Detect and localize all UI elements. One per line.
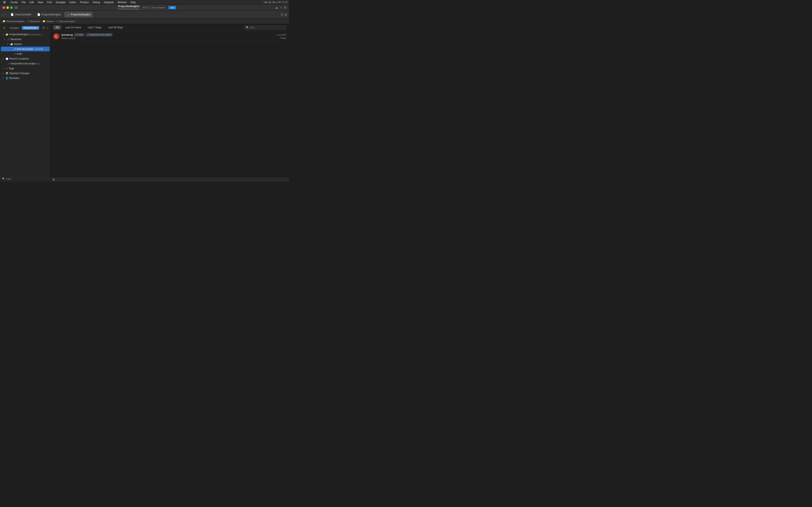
filter-30d[interactable]: Last 30 Days [105, 25, 125, 30]
menu-xcode[interactable]: Xcode [9, 0, 19, 5]
filter-sidebar-icon[interactable]: ⚙ [42, 26, 45, 30]
menu-navigate[interactable]: Navigate [54, 0, 67, 5]
titlebar: ⊞ ProjectSettingExt feature/test-set-pro… [0, 5, 289, 11]
inspector-icon[interactable]: ⊞ [285, 13, 287, 16]
sidebar-item-recent-branch[interactable]: ⎇ feature/test-set-project (cu... [1, 61, 50, 66]
sidebar-item-branches[interactable]: ▾ ⎇ Branches [1, 37, 50, 42]
breadcrumb: 📁 ProjectSettingExt › ⎇ Branches › 📁 fea… [0, 18, 289, 24]
sidebar-item-recent-locations[interactable]: ▾ 🕐 Recent Locations [1, 56, 50, 61]
sidebar-top: ⊞ Changes Repositories ⚙ ＋ [0, 24, 51, 32]
apple-menu[interactable]: ⌘ [1, 0, 8, 5]
main-area: ⊞ Changes Repositories ⚙ ＋ ▾ 📁 ProjectSe… [0, 24, 289, 182]
chevron-branches: ▾ [4, 38, 6, 40]
nav-back-icon[interactable]: ‹ [2, 13, 3, 16]
chevron-projectsettingext: ▾ [3, 34, 5, 36]
search-input[interactable] [250, 26, 282, 29]
add-sidebar-icon[interactable]: ＋ [46, 26, 49, 30]
sidebar-nav-icon[interactable]: ⊞ [2, 25, 7, 31]
sidebar-item-main[interactable]: ⎇ main [1, 52, 50, 56]
branch-icon-branches: ⎇ [7, 38, 10, 41]
nav-forward-icon[interactable]: › [4, 13, 5, 16]
commit-info: lyoodong ⎇ main ⎇ feature/test-set-proje… [61, 33, 274, 40]
commit-tag-feature-label: feature/test-set-project [90, 34, 111, 36]
commit-tag-main-label: main [79, 34, 83, 36]
minimize-button[interactable] [6, 6, 9, 9]
close-button[interactable] [3, 6, 5, 9]
breadcrumb-sep-1: › [25, 20, 26, 22]
chevron-tags: ▾ [3, 67, 5, 69]
commit-top: lyoodong ⎇ main ⎇ feature/test-set-proje… [61, 33, 274, 36]
stash-icon: 📦 [5, 72, 8, 75]
branch-icon-main: ⎇ [13, 53, 16, 55]
label-feature: feature [14, 43, 22, 46]
get-button[interactable]: Get [168, 6, 176, 9]
folder-icon-projectsettingext: 📁 [5, 33, 8, 36]
label-stashed-changes: Stashed Changes [9, 72, 30, 75]
label-test-set-project: test-set-project [17, 48, 34, 51]
breadcrumb-sep-2: › [41, 20, 42, 22]
chevron-recent-locations: ▾ [3, 58, 5, 60]
branch-tag-icon-main: ⎇ [75, 34, 78, 36]
menubar: ⌘ Xcode File Edit View Find Navigate Edi… [0, 0, 289, 5]
breadcrumb-feature[interactable]: feature [46, 20, 53, 22]
sidebar-item-projectsettingext[interactable]: ▾ 📁 ProjectSettingExt feature/test-s... [1, 32, 50, 37]
sidebar-item-feature[interactable]: ▾ 📁 feature [1, 42, 50, 47]
filter-24h[interactable]: Last 24 Hours [63, 25, 84, 30]
menu-integrate[interactable]: Integrate [102, 0, 115, 5]
menu-find[interactable]: Find [45, 0, 53, 5]
menu-editor[interactable]: Editor [68, 0, 78, 5]
label-main: main [17, 52, 22, 55]
split-view-icon[interactable]: ⊟ [284, 6, 286, 9]
label-remotes: Remotes [9, 77, 19, 80]
menu-file[interactable]: File [20, 0, 27, 5]
folder-icon: 📁 [43, 20, 45, 22]
repo-icon: 📁 [3, 20, 5, 22]
commit-row[interactable]: L lyoodong ⎇ main ⎇ feature/test-set-pro… [51, 32, 289, 41]
menu-product[interactable]: Product [78, 0, 90, 5]
commit-message: Initial Commit [61, 37, 274, 40]
toolbar: ‹ › 📄 ViewController 📄 ProjectSettingExt… [0, 11, 289, 18]
status-bar [51, 177, 289, 182]
filter-all[interactable]: All [53, 25, 61, 30]
menu-help[interactable]: Help [129, 0, 138, 5]
label-branches: Branches [11, 38, 21, 41]
menu-window[interactable]: Window [116, 0, 129, 5]
sidebar-item-remotes[interactable]: ▾ 🌐 Remotes [1, 76, 50, 80]
repositories-button[interactable]: Repositories [22, 26, 39, 30]
menu-debug[interactable]: Debug [91, 0, 101, 5]
search-icon: 🔍 [246, 26, 249, 29]
clock-icon-recent: 🕐 [5, 57, 8, 60]
label-recent-locations: Recent Locations [9, 57, 29, 60]
sidebar-item-test-set-project[interactable]: ⎇ test-set-project (current) [1, 47, 50, 51]
clock: 1월 4일 (화) 오후 11:01 [263, 1, 288, 4]
maximize-button[interactable] [10, 6, 13, 9]
tab-projectsettingext-active[interactable]: ⎇ ProjectSettingExt [64, 12, 93, 17]
sidebar-item-tags[interactable]: ▾ 🏷 Tags [1, 66, 50, 71]
breadcrumb-branches[interactable]: Branches [30, 20, 40, 22]
folder-icon-feature: 📁 [10, 43, 13, 46]
titlebar-center: ProjectSettingExt feature/test-set-proje… [19, 5, 275, 10]
label-recent-branch: feature/test-set-project [11, 62, 36, 65]
filter-7d[interactable]: Last 7 Days [86, 25, 104, 30]
list-view-icon[interactable]: ☰ [281, 13, 283, 16]
breadcrumb-sep-3: › [54, 20, 55, 22]
changes-button[interactable]: Changes [8, 26, 21, 30]
tab-viewcontroller[interactable]: 📄 ViewController [8, 12, 34, 17]
sidebar-toggle-icon[interactable]: ⊞ [15, 5, 17, 9]
filter-label[interactable]: Filter [6, 178, 11, 180]
breadcrumb-branch[interactable]: test-set-project [60, 20, 75, 22]
commit-date: Today [280, 37, 286, 39]
breadcrumb-root[interactable]: ProjectSettingExt [6, 20, 24, 22]
branch-icon-test-set-project: ⎇ [13, 48, 16, 51]
project-branch: feature/test-set-project [118, 8, 139, 10]
sidebar-item-stashed-changes[interactable]: ▾ 📦 Stashed Changes [1, 71, 50, 76]
menu-view[interactable]: View [36, 0, 45, 5]
menu-edit[interactable]: Edit [28, 0, 36, 5]
commit-author: lyoodong [61, 34, 73, 36]
commit-tag-main: ⎇ main [74, 33, 84, 36]
tab-branch-icon: ⎇ [67, 13, 70, 16]
tab-projectsettingext[interactable]: 📄 ProjectSettingExt [35, 12, 63, 17]
titlebar-right: ☁ ＋ ⊟ [275, 6, 286, 9]
remote-icon: 🌐 [5, 77, 8, 80]
add-tab-icon[interactable]: ＋ [280, 6, 282, 9]
